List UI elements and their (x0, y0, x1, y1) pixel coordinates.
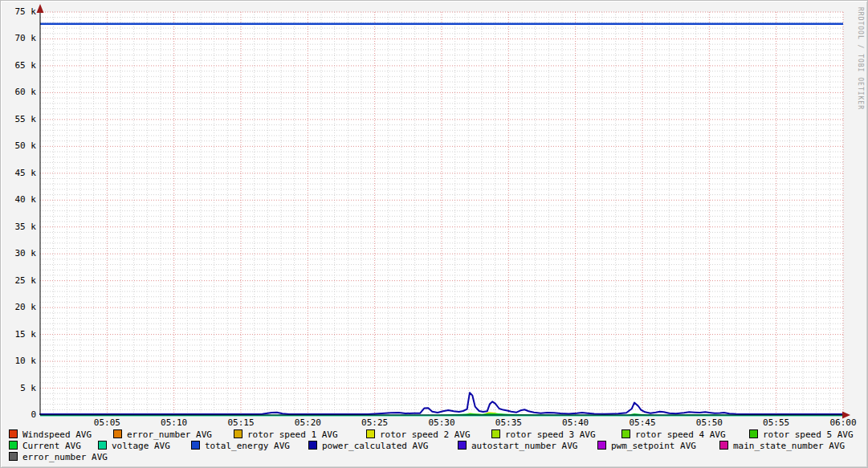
chart-canvas (1, 1, 868, 468)
x-axis-arrow (842, 412, 850, 419)
watermark: RRDTOOL / TOBI OETIKER (857, 7, 864, 110)
y-axis-arrow (37, 4, 44, 13)
rrdtool-graph: 05 k10 k15 k20 k25 k30 k35 k40 k45 k50 k… (0, 0, 868, 468)
